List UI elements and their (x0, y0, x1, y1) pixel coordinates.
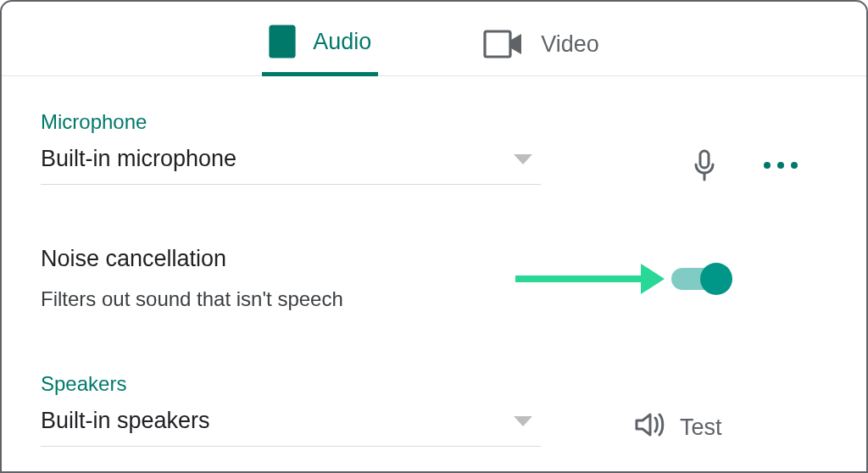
audio-settings-panel: Audio Video Microphone Built-in micropho… (0, 0, 868, 473)
microphone-select[interactable]: Built-in microphone (41, 146, 541, 185)
tab-audio[interactable]: Audio (264, 25, 376, 75)
volume-icon (634, 411, 665, 444)
microphone-select-value: Built-in microphone (41, 146, 236, 172)
settings-tabbar: Audio Video (2, 2, 866, 76)
camera-icon (483, 30, 524, 58)
noise-cancellation-text: Noise cancellation Filters out sound tha… (41, 246, 343, 311)
speakers-test-label: Test (680, 415, 722, 441)
mic-level-icon[interactable] (685, 146, 724, 185)
speakers-section-title: Speakers (41, 372, 827, 396)
speakers-section: Speakers Built-in speakers Test (41, 372, 827, 447)
toggle-thumb (700, 263, 732, 295)
tab-video[interactable]: Video (478, 30, 604, 75)
svg-rect-5 (700, 151, 709, 168)
speakers-select[interactable]: Built-in speakers (41, 408, 541, 447)
content-area: Microphone Built-in microphone (2, 76, 866, 447)
svg-rect-4 (485, 31, 510, 57)
annotation-arrow-icon (515, 275, 651, 282)
microphone-section-title: Microphone (41, 110, 827, 134)
tab-audio-label: Audio (313, 29, 371, 55)
chevron-down-icon (514, 416, 532, 426)
svg-point-1 (280, 32, 285, 37)
noise-cancellation-toggle[interactable] (671, 263, 731, 295)
microphone-overflow-button[interactable] (761, 146, 800, 185)
noise-cancellation-controls (515, 263, 827, 295)
chevron-down-icon (514, 154, 532, 164)
svg-point-3 (281, 45, 284, 47)
microphone-row: Built-in microphone (41, 146, 827, 185)
more-horizontal-icon (764, 162, 798, 169)
speakers-test-button[interactable]: Test (634, 411, 722, 444)
noise-cancellation-subtitle: Filters out sound that isn't speech (41, 287, 343, 311)
speakers-row: Built-in speakers Test (41, 408, 827, 447)
speaker-icon (269, 25, 296, 58)
speakers-select-value: Built-in speakers (41, 408, 210, 434)
tab-video-label: Video (541, 31, 599, 58)
noise-cancellation-row: Noise cancellation Filters out sound tha… (41, 246, 827, 311)
noise-cancellation-title: Noise cancellation (41, 246, 343, 272)
